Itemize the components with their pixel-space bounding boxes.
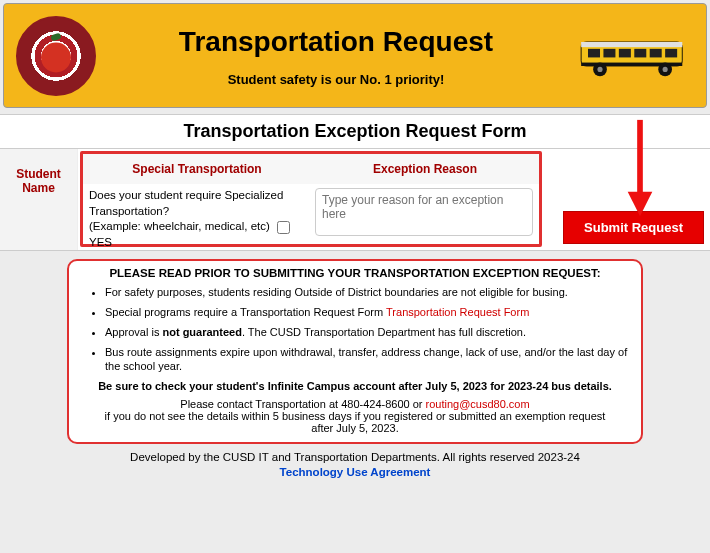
notice-heading: PLEASE READ PRIOR TO SUBMITTING YOUR TRA… bbox=[77, 267, 633, 279]
submit-request-button[interactable]: Submit Request bbox=[563, 211, 704, 244]
form-title: Transportation Exception Request Form bbox=[0, 114, 710, 149]
column-header-special: Special Transportation bbox=[83, 154, 311, 184]
district-logo bbox=[16, 16, 96, 96]
special-transport-example: (Example: wheelchair, medical, etc) bbox=[89, 220, 270, 232]
notice-bullet: Bus route assignments expire upon withdr… bbox=[105, 345, 633, 375]
header-banner: Transportation Request Student safety is… bbox=[3, 3, 707, 108]
notice-check-msg: Be sure to check your student's Infinite… bbox=[97, 380, 613, 392]
notice-box: PLEASE READ PRIOR TO SUBMITTING YOUR TRA… bbox=[67, 259, 643, 444]
svg-point-12 bbox=[663, 67, 668, 72]
svg-rect-6 bbox=[650, 49, 662, 58]
svg-rect-5 bbox=[634, 49, 646, 58]
student-name-header: Student Name bbox=[0, 149, 78, 250]
exception-reason-input[interactable] bbox=[315, 188, 533, 236]
svg-rect-2 bbox=[588, 49, 600, 58]
technology-use-agreement-link[interactable]: Technology Use Agreement bbox=[280, 466, 431, 478]
special-transport-question: Does your student require Specialized Tr… bbox=[89, 189, 283, 217]
form-row: Student Name Special Transportation Exce… bbox=[0, 149, 710, 251]
svg-point-10 bbox=[597, 67, 602, 72]
svg-rect-7 bbox=[665, 49, 677, 58]
svg-rect-1 bbox=[581, 42, 682, 47]
school-bus-icon bbox=[576, 30, 696, 81]
footer-text: Developed by the CUSD IT and Transportat… bbox=[130, 451, 580, 463]
contact-email-link[interactable]: routing@cusd80.com bbox=[426, 398, 530, 410]
highlighted-fields-box: Special Transportation Exception Reason … bbox=[80, 151, 542, 247]
footer: Developed by the CUSD IT and Transportat… bbox=[0, 450, 710, 480]
column-header-reason: Exception Reason bbox=[311, 154, 539, 184]
special-transport-cell: Does your student require Specialized Tr… bbox=[83, 184, 313, 254]
notice-bullet: Approval is not guaranteed. The CUSD Tra… bbox=[105, 325, 633, 340]
notice-bullet: For safety purposes, students residing O… bbox=[105, 285, 633, 300]
svg-rect-3 bbox=[603, 49, 615, 58]
special-yes-checkbox[interactable] bbox=[277, 221, 290, 234]
svg-rect-4 bbox=[619, 49, 631, 58]
page-title: Transportation Request bbox=[96, 26, 576, 58]
special-yes-label: YES bbox=[89, 236, 112, 248]
notice-bullet: Special programs require a Transportatio… bbox=[105, 305, 633, 320]
page-subtitle: Student safety is our No. 1 priority! bbox=[96, 72, 576, 87]
transportation-request-form-link[interactable]: Transportation Request Form bbox=[386, 306, 529, 318]
